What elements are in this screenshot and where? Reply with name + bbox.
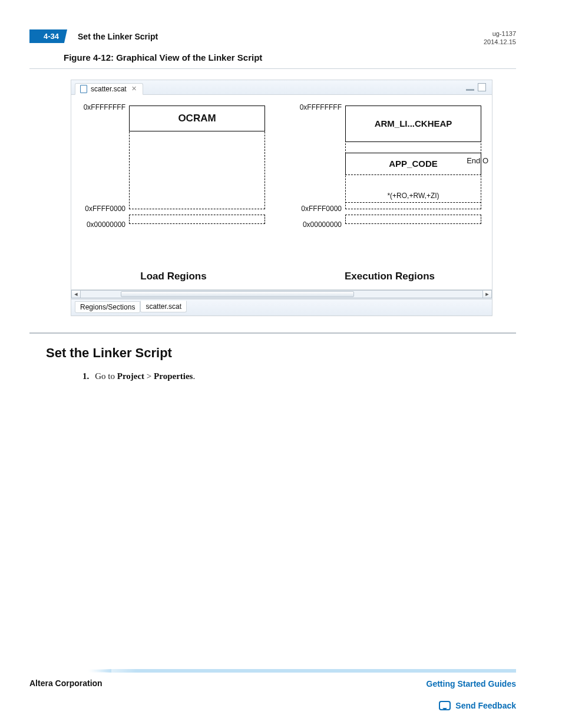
close-tab-icon[interactable]: ✕: [130, 85, 138, 93]
exec-region-appcode[interactable]: APP_CODE: [345, 153, 481, 175]
tab-regions-sections[interactable]: Regions/Sections: [75, 301, 140, 313]
tab-scatter-file[interactable]: scatter.scat: [140, 301, 187, 312]
getting-started-link[interactable]: Getting Started Guides: [427, 679, 516, 689]
scroll-right-arrow-icon[interactable]: ►: [482, 290, 492, 298]
scroll-left-arrow-icon[interactable]: ◄: [71, 290, 81, 298]
bottom-tabbar: Regions/Sections scatter.scat: [71, 299, 492, 315]
page-header: 4-34 Set the Linker Script ug-1137 2014.…: [29, 29, 516, 47]
section-heading: Set the Linker Script: [46, 345, 516, 361]
horizontal-scrollbar[interactable]: ◄ ►: [71, 289, 492, 299]
header-left: 4-34 Set the Linker Script: [29, 29, 158, 43]
load-region-ocram[interactable]: OCRAM: [129, 106, 265, 131]
step-suffix: .: [193, 371, 195, 381]
exec-region-heap[interactable]: ARM_LI...CKHEAP: [345, 106, 481, 142]
doc-date: 2014.12.15: [484, 38, 516, 46]
divider: [29, 68, 516, 69]
load-addr-top: 0xFFFFFFFF: [84, 103, 129, 111]
exec-addr-bot: 0x00000000: [303, 220, 345, 229]
figure-canvas: 0xFFFFFFFF 0xFFFF0000 0x00000000 OCRAM L…: [71, 95, 492, 289]
doc-id: ug-1137: [484, 29, 516, 38]
execution-regions-title: Execution Regions: [292, 271, 487, 282]
load-addr-bot: 0x00000000: [87, 220, 129, 229]
feedback-icon: [439, 701, 451, 710]
figure-caption: Figure 4-12: Graphical View of the Linke…: [64, 52, 516, 62]
page-number-badge: 4-34: [29, 29, 67, 43]
scroll-thumb[interactable]: [121, 291, 354, 297]
running-title: Set the Linker Script: [78, 32, 158, 41]
exec-heap-label: ARM_LI...CKHEAP: [375, 118, 452, 129]
company-name: Altera Corporation: [29, 678, 103, 688]
exec-addr-mid: 0xFFFF0000: [301, 205, 345, 213]
step-text: Go to Project > Properties.: [95, 371, 195, 381]
exec-bottom-gap: [345, 215, 481, 224]
load-regions-column: 0xFFFFFFFF 0xFFFF0000 0x00000000 OCRAM L…: [76, 106, 271, 289]
load-bottom-gap: [129, 215, 265, 224]
load-addr-mid: 0xFFFF0000: [85, 205, 129, 213]
editor-tab-label: scatter.scat: [91, 85, 127, 93]
step-prefix: Go to: [95, 371, 117, 381]
maximize-icon[interactable]: [478, 83, 486, 91]
editor-tab-scatter[interactable]: scatter.scat ✕: [75, 83, 143, 95]
step-bold-properties: Properties: [154, 371, 193, 381]
file-icon: [80, 85, 87, 93]
footer-band: [29, 669, 516, 673]
page-footer: Altera Corporation Getting Started Guide…: [29, 669, 516, 710]
step-number: 1.: [82, 371, 89, 381]
exec-addr-top: 0xFFFFFFFF: [300, 103, 345, 111]
exec-sections-desc: *(+RO,+RW,+ZI): [345, 192, 481, 200]
load-region-label: OCRAM: [178, 113, 216, 124]
exec-appcode-label: APP_CODE: [389, 159, 438, 169]
header-right: ug-1137 2014.12.15: [484, 29, 516, 47]
step-bold-project: Project: [117, 371, 144, 381]
step-sep: >: [144, 371, 154, 381]
figure-window: scatter.scat ✕ 0xFFFFFFFF 0xFFFF0000 0x0…: [71, 80, 492, 316]
editor-tabbar: scatter.scat ✕: [71, 80, 492, 95]
send-feedback-link[interactable]: Send Feedback: [455, 701, 516, 710]
clipped-right-label: End O: [467, 156, 488, 165]
minimize-icon[interactable]: [466, 89, 474, 91]
exec-mid-dash: [345, 202, 481, 203]
section-divider: [29, 332, 516, 334]
step-1: 1. Go to Project > Properties.: [82, 371, 516, 381]
load-regions-title: Load Regions: [76, 271, 271, 282]
execution-regions-column: 0xFFFFFFFF 0xFFFF0000 0x00000000 ARM_LI.…: [292, 106, 487, 289]
scroll-track[interactable]: [81, 290, 482, 298]
